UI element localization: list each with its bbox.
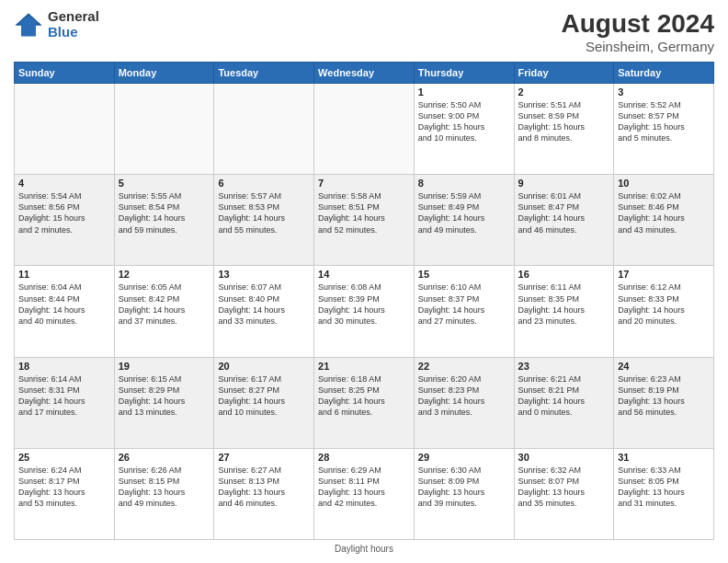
table-row: 8Sunrise: 5:59 AM Sunset: 8:49 PM Daylig… <box>414 175 514 266</box>
table-row <box>15 84 115 175</box>
day-number: 17 <box>618 269 710 280</box>
col-thursday: Thursday <box>414 63 514 84</box>
day-info: Sunrise: 6:26 AM Sunset: 8:15 PM Dayligh… <box>119 465 210 510</box>
day-info: Sunrise: 6:32 AM Sunset: 8:07 PM Dayligh… <box>518 465 610 510</box>
table-row <box>114 84 214 175</box>
table-row: 24Sunrise: 6:23 AM Sunset: 8:19 PM Dayli… <box>614 357 714 448</box>
table-row: 4Sunrise: 5:54 AM Sunset: 8:56 PM Daylig… <box>15 175 115 266</box>
daylight-label: Daylight hours <box>335 544 393 554</box>
day-info: Sunrise: 6:24 AM Sunset: 8:17 PM Dayligh… <box>18 465 110 510</box>
day-info: Sunrise: 5:51 AM Sunset: 8:59 PM Dayligh… <box>518 99 610 144</box>
day-number: 24 <box>618 361 710 372</box>
day-info: Sunrise: 6:01 AM Sunset: 8:47 PM Dayligh… <box>518 190 610 236</box>
col-friday: Friday <box>514 63 614 84</box>
page-subtitle: Seinsheim, Germany <box>562 39 715 54</box>
day-info: Sunrise: 5:58 AM Sunset: 8:51 PM Dayligh… <box>318 190 410 236</box>
table-row: 25Sunrise: 6:24 AM Sunset: 8:17 PM Dayli… <box>15 448 115 539</box>
table-row: 11Sunrise: 6:04 AM Sunset: 8:44 PM Dayli… <box>15 266 115 357</box>
day-info: Sunrise: 6:07 AM Sunset: 8:40 PM Dayligh… <box>218 282 310 327</box>
day-number: 6 <box>218 178 310 189</box>
table-row: 17Sunrise: 6:12 AM Sunset: 8:33 PM Dayli… <box>614 266 714 357</box>
page-title: August 2024 <box>562 9 715 39</box>
day-number: 10 <box>618 178 710 189</box>
table-row: 6Sunrise: 5:57 AM Sunset: 8:53 PM Daylig… <box>214 175 314 266</box>
table-row: 18Sunrise: 6:14 AM Sunset: 8:31 PM Dayli… <box>15 357 115 448</box>
day-number: 1 <box>418 86 510 98</box>
day-info: Sunrise: 6:23 AM Sunset: 8:19 PM Dayligh… <box>618 373 710 419</box>
calendar-table: Sunday Monday Tuesday Wednesday Thursday… <box>14 62 714 540</box>
day-number: 16 <box>518 269 610 280</box>
table-row: 7Sunrise: 5:58 AM Sunset: 8:51 PM Daylig… <box>314 175 415 266</box>
table-row: 13Sunrise: 6:07 AM Sunset: 8:40 PM Dayli… <box>214 266 314 357</box>
day-number: 25 <box>18 452 110 463</box>
day-info: Sunrise: 5:52 AM Sunset: 8:57 PM Dayligh… <box>618 99 710 144</box>
day-info: Sunrise: 5:54 AM Sunset: 8:56 PM Dayligh… <box>18 190 110 236</box>
day-info: Sunrise: 6:05 AM Sunset: 8:42 PM Dayligh… <box>119 282 210 327</box>
table-row: 19Sunrise: 6:15 AM Sunset: 8:29 PM Dayli… <box>114 357 214 448</box>
day-info: Sunrise: 5:59 AM Sunset: 8:49 PM Dayligh… <box>418 190 510 236</box>
day-number: 15 <box>418 269 510 280</box>
day-number: 5 <box>119 178 210 189</box>
day-info: Sunrise: 6:02 AM Sunset: 8:46 PM Dayligh… <box>618 190 710 236</box>
day-number: 9 <box>518 178 610 189</box>
col-tuesday: Tuesday <box>214 63 314 84</box>
table-row <box>314 84 415 175</box>
day-info: Sunrise: 6:18 AM Sunset: 8:25 PM Dayligh… <box>318 373 410 419</box>
day-info: Sunrise: 6:17 AM Sunset: 8:27 PM Dayligh… <box>218 373 310 419</box>
table-row: 26Sunrise: 6:26 AM Sunset: 8:15 PM Dayli… <box>114 448 214 539</box>
day-number: 12 <box>119 269 210 280</box>
calendar-header-row: Sunday Monday Tuesday Wednesday Thursday… <box>15 63 714 84</box>
logo-text: General Blue <box>48 9 99 40</box>
day-number: 7 <box>318 178 410 189</box>
day-number: 8 <box>418 178 510 189</box>
table-row: 5Sunrise: 5:55 AM Sunset: 8:54 PM Daylig… <box>114 175 214 266</box>
day-info: Sunrise: 5:55 AM Sunset: 8:54 PM Dayligh… <box>119 190 210 236</box>
day-info: Sunrise: 6:04 AM Sunset: 8:44 PM Dayligh… <box>18 282 110 327</box>
col-saturday: Saturday <box>614 63 714 84</box>
table-row: 14Sunrise: 6:08 AM Sunset: 8:39 PM Dayli… <box>314 266 415 357</box>
table-row: 23Sunrise: 6:21 AM Sunset: 8:21 PM Dayli… <box>514 357 614 448</box>
page: General Blue August 2024 Seinsheim, Germ… <box>0 0 728 563</box>
day-info: Sunrise: 6:14 AM Sunset: 8:31 PM Dayligh… <box>18 373 110 419</box>
day-number: 18 <box>18 361 110 372</box>
table-row: 16Sunrise: 6:11 AM Sunset: 8:35 PM Dayli… <box>514 266 614 357</box>
day-info: Sunrise: 6:12 AM Sunset: 8:33 PM Dayligh… <box>618 282 710 327</box>
day-number: 11 <box>18 269 110 280</box>
calendar-week-row: 4Sunrise: 5:54 AM Sunset: 8:56 PM Daylig… <box>15 175 714 266</box>
day-info: Sunrise: 6:33 AM Sunset: 8:05 PM Dayligh… <box>618 465 710 510</box>
day-number: 27 <box>218 452 310 463</box>
day-info: Sunrise: 6:21 AM Sunset: 8:21 PM Dayligh… <box>518 373 610 419</box>
header: General Blue August 2024 Seinsheim, Germ… <box>14 9 714 54</box>
calendar-week-row: 18Sunrise: 6:14 AM Sunset: 8:31 PM Dayli… <box>15 357 714 448</box>
table-row: 1Sunrise: 5:50 AM Sunset: 9:00 PM Daylig… <box>414 84 514 175</box>
table-row: 28Sunrise: 6:29 AM Sunset: 8:11 PM Dayli… <box>314 448 415 539</box>
day-number: 28 <box>318 452 410 463</box>
footer-note: Daylight hours <box>14 544 714 554</box>
table-row <box>214 84 314 175</box>
day-info: Sunrise: 6:08 AM Sunset: 8:39 PM Dayligh… <box>318 282 410 327</box>
day-number: 22 <box>418 361 510 372</box>
day-info: Sunrise: 6:10 AM Sunset: 8:37 PM Dayligh… <box>418 282 510 327</box>
day-number: 13 <box>218 269 310 280</box>
day-number: 31 <box>618 452 710 463</box>
day-info: Sunrise: 6:11 AM Sunset: 8:35 PM Dayligh… <box>518 282 610 327</box>
table-row: 15Sunrise: 6:10 AM Sunset: 8:37 PM Dayli… <box>414 266 514 357</box>
title-block: August 2024 Seinsheim, Germany <box>562 9 715 54</box>
table-row: 22Sunrise: 6:20 AM Sunset: 8:23 PM Dayli… <box>414 357 514 448</box>
day-number: 23 <box>518 361 610 372</box>
table-row: 31Sunrise: 6:33 AM Sunset: 8:05 PM Dayli… <box>614 448 714 539</box>
day-number: 21 <box>318 361 410 372</box>
day-info: Sunrise: 6:29 AM Sunset: 8:11 PM Dayligh… <box>318 465 410 510</box>
table-row: 30Sunrise: 6:32 AM Sunset: 8:07 PM Dayli… <box>514 448 614 539</box>
day-info: Sunrise: 6:15 AM Sunset: 8:29 PM Dayligh… <box>119 373 210 419</box>
day-number: 29 <box>418 452 510 463</box>
col-wednesday: Wednesday <box>314 63 415 84</box>
calendar-week-row: 25Sunrise: 6:24 AM Sunset: 8:17 PM Dayli… <box>15 448 714 539</box>
day-number: 3 <box>618 86 710 98</box>
logo-icon <box>14 12 43 38</box>
day-number: 2 <box>518 86 610 98</box>
table-row: 2Sunrise: 5:51 AM Sunset: 8:59 PM Daylig… <box>514 84 614 175</box>
day-info: Sunrise: 6:27 AM Sunset: 8:13 PM Dayligh… <box>218 465 310 510</box>
table-row: 21Sunrise: 6:18 AM Sunset: 8:25 PM Dayli… <box>314 357 415 448</box>
day-info: Sunrise: 6:20 AM Sunset: 8:23 PM Dayligh… <box>418 373 510 419</box>
